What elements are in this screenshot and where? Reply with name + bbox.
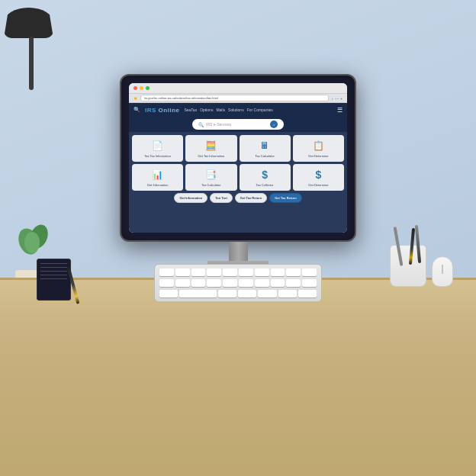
card-label-5: Tax Calculator xyxy=(201,184,220,188)
card-label-1: Get Tax Information xyxy=(198,155,224,159)
nav-link-options[interactable]: Options xyxy=(200,108,213,112)
get-tax-return-primary-button[interactable]: Get Tax Return xyxy=(269,193,301,203)
url-input[interactable]: irs.gov/irs-online-tax-calculator/tax-in… xyxy=(140,95,329,101)
key xyxy=(191,269,206,276)
nav-search-icon[interactable]: 🔍 xyxy=(133,107,140,113)
maximize-button[interactable] xyxy=(146,86,150,90)
nav-link-companies[interactable]: For Companies xyxy=(247,108,273,112)
key xyxy=(255,269,269,276)
nav-link-solutions[interactable]: Solutions xyxy=(228,108,244,112)
key xyxy=(298,290,317,298)
lamp-arm xyxy=(29,37,34,90)
calculator-2-icon: 📑 xyxy=(204,167,219,182)
notebook-line xyxy=(40,271,67,272)
notebook-line xyxy=(40,267,67,268)
key xyxy=(223,279,237,287)
searchbar-submit[interactable]: › xyxy=(270,121,278,128)
determine-icon: 📋 xyxy=(310,138,326,153)
card-get-determine-2[interactable]: $ Get Determine xyxy=(293,164,344,191)
mouse[interactable] xyxy=(432,256,453,287)
bookmark-icon: ★ xyxy=(133,95,137,101)
browser-icons: ↓ ⋯ + xyxy=(332,96,343,101)
card-tax-collector[interactable]: $ Tax Collector xyxy=(240,164,291,191)
card-get-information[interactable]: 📊 Get Information xyxy=(132,164,183,191)
download-icon: ↓ xyxy=(332,96,334,101)
information-icon: 📊 xyxy=(150,167,166,182)
card-label-6: Tax Collector xyxy=(256,184,274,188)
desk-scene: ★ irs.gov/irs-online-tax-calculator/tax-… xyxy=(0,0,476,476)
key xyxy=(159,290,178,298)
irs-icon-grid: 📄 Tax Tax Information 🧮 Get Tax Informat… xyxy=(132,135,344,191)
notebook xyxy=(37,259,71,301)
menu-icon: ⋯ xyxy=(335,96,339,101)
key xyxy=(159,269,174,276)
get-information-button[interactable]: Get Information xyxy=(174,193,207,203)
browser-urlbar: ★ irs.gov/irs-online-tax-calculator/tax-… xyxy=(129,94,347,103)
notebook-line xyxy=(40,263,67,264)
get-tax-icon: 🧮 xyxy=(204,138,219,153)
key xyxy=(207,279,221,287)
minimize-button[interactable] xyxy=(140,86,143,90)
notebook-line xyxy=(40,275,67,275)
searchbar-input[interactable]: IRS e-Services xyxy=(206,122,268,127)
nav-link-mails[interactable]: Mails xyxy=(216,108,225,112)
lamp xyxy=(0,0,61,92)
close-button[interactable] xyxy=(133,86,137,90)
key xyxy=(271,279,285,287)
key xyxy=(278,290,297,298)
irs-searchbar-container: 🔍 IRS e-Services › xyxy=(129,117,347,132)
mouse-divider xyxy=(442,265,443,274)
tax-info-icon: 📄 xyxy=(150,138,166,153)
ton-tort-button[interactable]: Ton Tort xyxy=(210,193,233,203)
key xyxy=(159,279,174,287)
keyboard[interactable] xyxy=(154,264,322,302)
key xyxy=(207,269,221,276)
get-tax-return-button[interactable]: Get Tax Return xyxy=(235,193,267,203)
card-label-7: Get Determine xyxy=(308,184,328,188)
key xyxy=(302,279,317,287)
monitor-screen: ★ irs.gov/irs-online-tax-calculator/tax-… xyxy=(120,74,356,242)
key xyxy=(175,269,190,276)
keyboard-row-1 xyxy=(159,268,317,277)
desk-surface xyxy=(0,278,476,476)
card-label-2: Tax Calculator xyxy=(255,155,274,159)
spacebar xyxy=(179,290,217,298)
key xyxy=(191,279,206,287)
key xyxy=(223,269,237,276)
keyboard-row-2 xyxy=(159,278,317,288)
pen-holder xyxy=(390,245,426,287)
card-label-3: Get Determine xyxy=(308,155,328,159)
key xyxy=(238,290,256,298)
card-get-determine[interactable]: 📋 Get Determine xyxy=(293,135,344,162)
notebook-body xyxy=(37,259,71,301)
notebook-line xyxy=(40,278,67,279)
card-tax-information[interactable]: 📄 Tax Tax Information xyxy=(132,135,183,162)
monitor: ★ irs.gov/irs-online-tax-calculator/tax-… xyxy=(120,74,356,270)
irs-nav-links: SeaTax Options Mails Solutions For Compa… xyxy=(184,108,333,112)
browser-titlebar xyxy=(129,83,347,94)
key xyxy=(302,269,317,276)
key xyxy=(255,279,269,287)
collector-icon: $ xyxy=(257,167,272,182)
monitor-stand-neck xyxy=(229,242,248,261)
keyboard-row-3 xyxy=(159,289,317,298)
irs-logo: IRS Online xyxy=(145,107,179,114)
hamburger-menu-icon[interactable]: ☰ xyxy=(337,107,343,114)
card-get-tax-info[interactable]: 🧮 Get Tax Information xyxy=(185,135,236,162)
key xyxy=(258,290,276,298)
key xyxy=(239,279,253,287)
card-tax-calculator-2[interactable]: 📑 Tax Calculator xyxy=(185,164,236,191)
nav-link-seatax[interactable]: SeaTax xyxy=(184,108,197,112)
browser-window: ★ irs.gov/irs-online-tax-calculator/tax-… xyxy=(129,83,347,233)
key xyxy=(286,279,301,287)
add-tab-icon[interactable]: + xyxy=(340,96,343,101)
key xyxy=(271,269,285,276)
irs-searchbar[interactable]: 🔍 IRS e-Services › xyxy=(192,119,284,130)
card-label-0: Tax Tax Information xyxy=(144,155,171,159)
calculator-icon: 🖩 xyxy=(257,138,272,153)
key xyxy=(175,279,190,287)
action-buttons-row: Get Information Ton Tort Get Tax Return … xyxy=(132,193,344,203)
leaf-3 xyxy=(24,232,40,253)
key xyxy=(239,269,253,276)
card-tax-calculator[interactable]: 🖩 Tax Calculator xyxy=(240,135,291,162)
